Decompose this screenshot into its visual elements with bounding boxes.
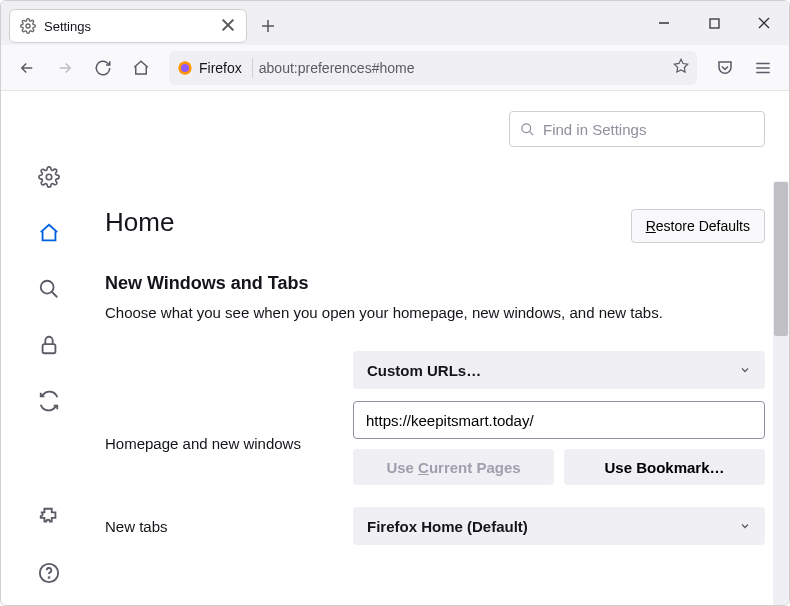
sidebar-search-icon[interactable]	[31, 271, 67, 307]
newtabs-dropdown[interactable]: Firefox Home (Default)	[353, 507, 765, 545]
bookmark-star-icon[interactable]	[673, 58, 689, 77]
homepage-mode-value: Custom URLs…	[367, 362, 481, 379]
scrollbar-thumb[interactable]	[774, 182, 788, 336]
newtabs-value: Firefox Home (Default)	[367, 518, 528, 535]
url-identity-label: Firefox	[199, 60, 242, 76]
firefox-icon	[177, 60, 193, 76]
titlebar: Settings	[1, 1, 789, 45]
forward-button[interactable]	[49, 52, 81, 84]
use-bookmark-button[interactable]: Use Bookmark…	[564, 449, 765, 485]
page-heading: Home	[105, 207, 174, 238]
sidebar-privacy-icon[interactable]	[31, 327, 67, 363]
svg-rect-1	[710, 19, 719, 28]
restore-defaults-button[interactable]: Restore Defaults	[631, 209, 765, 243]
svg-point-8	[49, 577, 50, 578]
newtabs-label: New tabs	[105, 518, 337, 535]
svg-point-0	[26, 24, 30, 28]
sidebar-general-icon[interactable]	[31, 159, 67, 195]
gear-icon	[20, 18, 36, 34]
svg-point-3	[181, 64, 189, 72]
prefs-sidebar	[1, 91, 97, 606]
sidebar-help-icon[interactable]	[31, 555, 67, 591]
search-icon	[520, 122, 535, 137]
close-tab-icon[interactable]	[220, 17, 236, 36]
url-text: about:preferences#home	[259, 60, 667, 76]
svg-point-5	[41, 281, 54, 294]
preferences-content: Find in Settings Home Restore Defaults N…	[1, 91, 789, 606]
section-description: Choose what you see when you open your h…	[105, 304, 765, 321]
sidebar-sync-icon[interactable]	[31, 383, 67, 419]
tab-title: Settings	[44, 19, 212, 34]
reload-button[interactable]	[87, 52, 119, 84]
homepage-url-input[interactable]	[353, 401, 765, 439]
urlbar[interactable]: Firefox about:preferences#home	[169, 51, 697, 85]
minimize-button[interactable]	[639, 1, 689, 45]
menu-button[interactable]	[747, 52, 779, 84]
new-tab-button[interactable]	[253, 11, 283, 41]
use-current-pages-button[interactable]: Use Current Pages	[353, 449, 554, 485]
sidebar-home-icon[interactable]	[31, 215, 67, 251]
find-settings-placeholder: Find in Settings	[543, 121, 646, 138]
toolbar: Firefox about:preferences#home	[1, 45, 789, 91]
svg-point-9	[522, 123, 531, 132]
find-settings-input[interactable]: Find in Settings	[509, 111, 765, 147]
homepage-mode-dropdown[interactable]: Custom URLs…	[353, 351, 765, 389]
browser-tab[interactable]: Settings	[9, 9, 247, 43]
chevron-down-icon	[739, 518, 751, 535]
back-button[interactable]	[11, 52, 43, 84]
window-controls	[639, 1, 789, 45]
close-window-button[interactable]	[739, 1, 789, 45]
section-heading: New Windows and Tabs	[105, 273, 765, 294]
pocket-button[interactable]	[709, 52, 741, 84]
sidebar-extensions-icon[interactable]	[31, 499, 67, 535]
scrollbar[interactable]	[773, 181, 789, 606]
svg-point-4	[46, 174, 52, 180]
prefs-main: Find in Settings Home Restore Defaults N…	[97, 91, 789, 606]
home-button[interactable]	[125, 52, 157, 84]
svg-rect-6	[43, 344, 56, 353]
maximize-button[interactable]	[689, 1, 739, 45]
chevron-down-icon	[739, 362, 751, 379]
homepage-label: Homepage and new windows	[105, 435, 337, 452]
